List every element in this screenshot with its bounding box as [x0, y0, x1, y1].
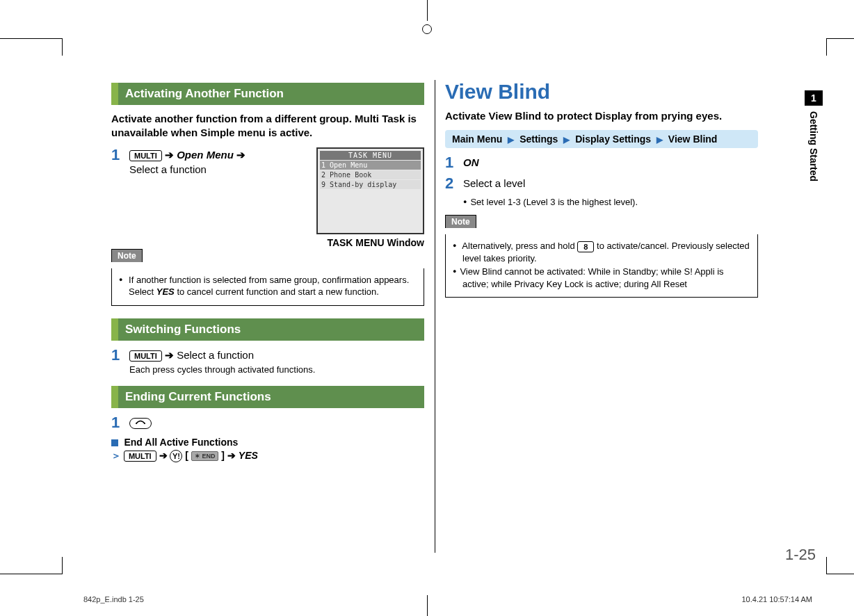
- step-2-sub: Set level 1-3 (Level 3 is the highest le…: [463, 197, 758, 207]
- arrow-icon: ➔: [165, 349, 177, 361]
- nav-main-menu: Main Menu: [452, 133, 502, 145]
- switch-select-text: Select a function: [177, 349, 254, 361]
- note-1-item: If another function is selected from sam…: [129, 274, 417, 298]
- page-number: 1-25: [785, 546, 816, 564]
- screenshot-row-1: 1 Open Menu: [320, 161, 421, 170]
- heading-switching-text: Switching Functions: [118, 318, 424, 341]
- activating-lead: Activate another function from a differe…: [111, 112, 424, 140]
- select-level-text: Select a level: [463, 177, 525, 189]
- chapter-label: Getting Started: [805, 106, 823, 187]
- note-1: Note If another function is selected fro…: [111, 248, 424, 306]
- screenshot-row-3: 9 Stand-by display: [320, 180, 421, 189]
- end-all-block: End All Active Functions ＞ MULTI ➔ Y! [ …: [111, 436, 424, 462]
- end-seq-yes: YES: [239, 450, 258, 461]
- heading-ending: Ending Current Functions: [111, 386, 424, 408]
- multi-key-icon: MULTI: [129, 150, 162, 161]
- step-2-body: Select a level: [463, 176, 525, 191]
- note-1-text-b: to cancel current function and start a n…: [175, 286, 379, 297]
- note-item-1a: Alternatively, press and hold: [462, 241, 577, 251]
- left-column: Activating Another Function Activate ano…: [111, 80, 424, 567]
- note-label: Note: [445, 215, 476, 228]
- column-divider: [435, 80, 435, 553]
- crop-mark-br: [826, 557, 854, 574]
- crop-mark-top: [406, 0, 448, 31]
- screenshot-title: TASK MENU: [320, 151, 421, 160]
- chevron-right-icon: ▶: [656, 135, 663, 145]
- view-blind-title: View Blind: [445, 80, 758, 104]
- on-label: ON: [463, 156, 479, 168]
- svg-point-1: [144, 423, 145, 424]
- multi-key-icon: MULTI: [124, 451, 156, 462]
- arrow-icon: ➔: [227, 450, 239, 461]
- square-bullet-icon: [111, 439, 118, 446]
- note-item-2: View Blind cannot be activated: While in…: [462, 266, 750, 290]
- switching-step-body: MULTI ➔ Select a function Each press cyc…: [129, 348, 315, 376]
- heading-activating: Activating Another Function: [111, 83, 424, 105]
- ending-step-body: [129, 415, 152, 430]
- screenshot-caption: TASK MENU Window: [316, 237, 424, 248]
- ending-step-1: 1: [111, 415, 424, 430]
- multi-key-icon: MULTI: [129, 350, 162, 362]
- bracket-open: [: [185, 450, 188, 461]
- note-1-yes: YES: [156, 286, 175, 297]
- chevron-right-icon: ▶: [563, 135, 570, 145]
- note-view-blind: Note Alternatively, press and hold 8 to …: [445, 214, 758, 298]
- heading-switching: Switching Functions: [111, 318, 424, 341]
- step-1-body: ON: [463, 155, 479, 170]
- end-all-label: End All Active Functions: [124, 437, 238, 448]
- screenshot-row-2: 2 Phone Book: [320, 170, 421, 179]
- end-all-sequence: ＞ MULTI ➔ Y! [ ✶ END ] ➔ YES: [111, 450, 424, 462]
- nav-display-settings: Display Settings: [575, 133, 651, 145]
- chevron-right-icon: ▶: [508, 135, 514, 145]
- switching-step-1: 1 MULTI ➔ Select a function Each press c…: [111, 348, 424, 376]
- bracket-close: ]: [221, 450, 227, 461]
- chapter-number: 1: [805, 90, 823, 106]
- chevron-icon: ＞: [111, 450, 121, 461]
- step-1-body: MULTI ➔ Open Menu ➔ Select a function: [129, 147, 245, 177]
- activating-step-1: 1 MULTI ➔ Open Menu ➔ Select a function: [111, 147, 309, 177]
- step-number-1: 1: [111, 147, 129, 163]
- heading-activating-text: Activating Another Function: [118, 83, 424, 105]
- right-column: View Blind Activate View Blind to protec…: [445, 80, 758, 567]
- nav-view-blind: View Blind: [668, 133, 718, 145]
- arrow-icon: ➔: [165, 149, 177, 161]
- side-tab: 1 Getting Started: [805, 90, 823, 187]
- step1-row: TASK MENU 1 Open Menu 2 Phone Book 9 Sta…: [111, 147, 424, 248]
- arrow-icon: ➔: [159, 450, 170, 461]
- end-call-key-icon: [129, 418, 152, 429]
- select-function-text: Select a function: [129, 163, 207, 175]
- end-badge-icon: ✶ END: [191, 451, 219, 461]
- footer-left: 842p_E.indb 1-25: [83, 595, 144, 603]
- note-item-1: Alternatively, press and hold 8 to activ…: [462, 240, 750, 264]
- step-number-2: 2: [445, 176, 463, 191]
- open-menu-label: Open Menu: [177, 149, 234, 161]
- nav-settings: Settings: [519, 133, 558, 145]
- view-blind-step-2: 2 Select a level: [445, 176, 758, 191]
- crop-mark-tr: [826, 38, 854, 56]
- step-number-1: 1: [111, 348, 129, 363]
- menu-path-bar: Main Menu ▶ Settings ▶ Display Settings …: [445, 130, 758, 148]
- switch-sub-text: Each press cycles through activated func…: [129, 364, 315, 376]
- svg-point-0: [136, 423, 137, 424]
- crop-mark-bl: [0, 557, 63, 574]
- arrow-icon: ➔: [236, 149, 245, 161]
- step-number-1: 1: [111, 415, 129, 430]
- screenshot-frame: TASK MENU 1 Open Menu 2 Phone Book 9 Sta…: [316, 147, 424, 234]
- view-blind-lead: Activate View Blind to protect Display f…: [445, 109, 758, 123]
- step-number-1: 1: [445, 155, 463, 170]
- page-body: Activating Another Function Activate ano…: [111, 80, 758, 567]
- note-label: Note: [111, 249, 143, 262]
- view-blind-step-1: 1 ON: [445, 155, 758, 170]
- heading-ending-text: Ending Current Functions: [118, 386, 424, 408]
- eight-key-icon: 8: [577, 241, 594, 252]
- end-all-heading: End All Active Functions: [111, 436, 424, 448]
- y-key-icon: Y!: [170, 450, 182, 462]
- footer-right: 10.4.21 10:57:14 AM: [741, 595, 812, 603]
- task-menu-screenshot: TASK MENU 1 Open Menu 2 Phone Book 9 Sta…: [316, 147, 424, 248]
- print-footer: 842p_E.indb 1-25 10.4.21 10:57:14 AM: [83, 595, 812, 603]
- crop-mark-tl: [0, 38, 63, 56]
